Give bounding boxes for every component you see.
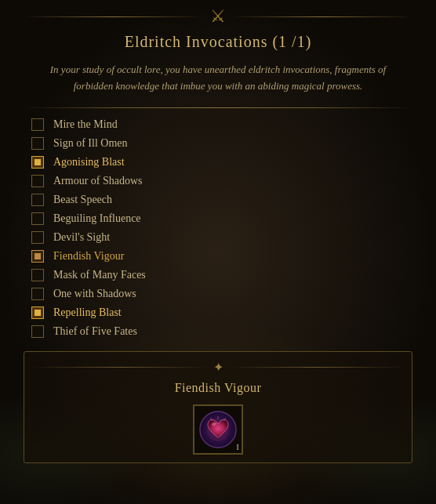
spell-level: I	[236, 442, 239, 451]
checkbox-mire-the-mind	[31, 118, 44, 131]
selected-spell-title: Fiendish Vigour	[175, 381, 262, 395]
invocation-item-agonising-blast[interactable]: Agonising Blast	[24, 154, 412, 171]
checkbox-agonising-blast	[31, 156, 44, 169]
invocation-item-devils-sight[interactable]: Devil's Sight	[24, 229, 412, 246]
checkbox-armour-of-shadows	[31, 175, 44, 187]
invocation-label-mire-the-mind: Mire the Mind	[53, 118, 118, 131]
page-title: Eldritch Invocations (1 /1)	[125, 33, 312, 51]
checkbox-one-with-shadows	[31, 288, 44, 300]
invocation-item-armour-of-shadows[interactable]: Armour of Shadows	[24, 172, 412, 190]
checkbox-mask-of-many-faces	[31, 269, 44, 281]
invocation-label-devils-sight: Devil's Sight	[53, 231, 110, 244]
invocation-item-mask-of-many-faces[interactable]: Mask of Many Faces	[24, 267, 412, 284]
checkbox-devils-sight	[31, 231, 44, 244]
panel-ornament-line-left	[32, 367, 209, 368]
invocation-item-beast-speech[interactable]: Beast Speech	[24, 191, 412, 208]
page-description: In your study of occult lore, you have u…	[45, 62, 391, 95]
checkbox-fiendish-vigour	[31, 250, 44, 263]
invocation-label-armour-of-shadows: Armour of Shadows	[53, 175, 143, 187]
invocation-label-beast-speech: Beast Speech	[53, 194, 112, 206]
invocation-label-beguiling-influence: Beguiling Influence	[53, 212, 141, 225]
invocation-item-thief-of-five-fates[interactable]: Thief of Five Fates	[24, 323, 412, 340]
invocation-item-fiendish-vigour[interactable]: Fiendish Vigour	[24, 248, 412, 265]
invocation-item-sign-of-ill-omen[interactable]: Sign of Ill Omen	[24, 135, 412, 152]
checkbox-beast-speech	[31, 194, 44, 206]
invocations-list: Mire the Mind Sign of Ill Omen Agonising…	[24, 116, 412, 340]
invocation-item-repelling-blast[interactable]: Repelling Blast	[24, 304, 412, 321]
invocation-item-one-with-shadows[interactable]: One with Shadows	[24, 285, 412, 303]
checkbox-repelling-blast	[31, 306, 44, 319]
invocation-label-fiendish-vigour: Fiendish Vigour	[53, 250, 124, 263]
ornament-icon: ⚔	[210, 6, 226, 27]
checkbox-sign-of-ill-omen	[31, 137, 44, 150]
bottom-panel: ✦ Fiendish Vigour	[24, 351, 412, 463]
checkbox-thief-of-five-fates	[31, 325, 44, 338]
panel-ornament: ✦	[32, 360, 404, 375]
divider-top	[24, 107, 412, 108]
invocation-label-sign-of-ill-omen: Sign of Ill Omen	[53, 137, 128, 150]
ornament-line-left	[24, 16, 204, 17]
spell-icon	[198, 410, 238, 449]
invocation-label-thief-of-five-fates: Thief of Five Fates	[53, 325, 137, 338]
invocation-item-mire-the-mind[interactable]: Mire the Mind	[24, 116, 412, 133]
panel-ornament-icon: ✦	[213, 360, 223, 375]
ornament-line-right	[232, 16, 412, 17]
invocation-item-beguiling-influence[interactable]: Beguiling Influence	[24, 210, 412, 227]
invocation-label-one-with-shadows: One with Shadows	[53, 288, 136, 300]
invocation-label-repelling-blast: Repelling Blast	[53, 306, 122, 319]
checkbox-beguiling-influence	[31, 212, 44, 225]
invocation-label-mask-of-many-faces: Mask of Many Faces	[53, 269, 146, 281]
invocation-label-agonising-blast: Agonising Blast	[53, 156, 125, 169]
spell-icon-container: I	[193, 404, 243, 455]
panel-ornament-line-right	[228, 367, 405, 368]
top-ornament: ⚔	[24, 6, 412, 27]
